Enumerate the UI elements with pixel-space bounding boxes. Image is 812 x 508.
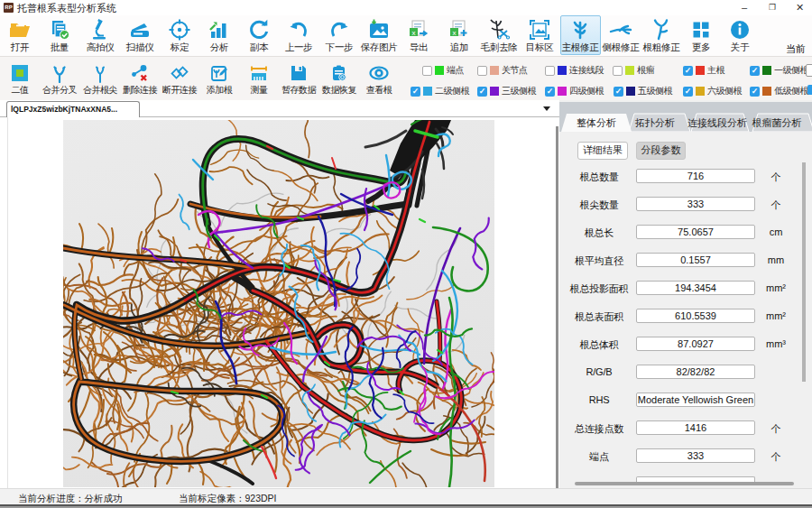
- svg-text:x: x: [453, 29, 457, 37]
- svg-text:整体分析: 整体分析: [577, 117, 616, 128]
- svg-text:连接线段分析: 连接线段分析: [687, 117, 747, 128]
- svg-text:x: x: [412, 29, 416, 37]
- svg-text:根瘤菌分析: 根瘤菌分析: [752, 117, 802, 128]
- svg-text:拓扑分析: 拓扑分析: [635, 117, 675, 128]
